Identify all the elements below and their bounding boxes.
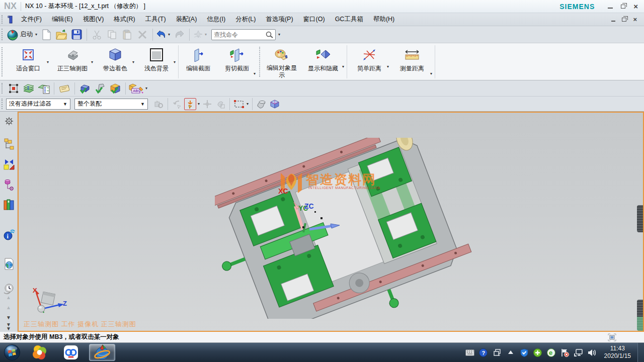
solid-body-icon[interactable] [269,98,281,110]
doc-restore-icon[interactable] [622,18,626,22]
menu-window[interactable]: 窗口(O) [298,13,330,26]
show-hide-button[interactable]: 显示和隐藏 ▾ [300,43,346,80]
general-object-icon[interactable] [256,98,268,110]
isometric-view-button[interactable]: 正三轴测图 ▾ [50,43,95,80]
edit-section-button[interactable]: 编辑截面 [180,43,217,80]
show-hidden-icons[interactable] [506,348,515,357]
reuse-library-icon[interactable] [3,198,15,211]
web-browser-icon[interactable] [3,257,15,270]
measure-distance-button[interactable]: 测量距离 ▾ [390,43,434,80]
rectangle-select-icon[interactable] [233,98,245,110]
undo-button[interactable]: ▾ [156,28,171,42]
text-edit-abc-icon[interactable]: ABC [129,81,144,96]
menu-analysis[interactable]: 分析(L) [230,13,261,26]
menu-tools[interactable]: 工具(T) [140,13,171,26]
show-desktop-button[interactable] [637,343,644,362]
resource-popout-grip2[interactable] [637,300,643,331]
roles-gear-icon[interactable] [3,115,15,127]
chevron-down-icon[interactable]: ▾ [387,64,389,69]
chevron-down-icon[interactable]: ▾ [342,64,344,69]
chevron-down-icon[interactable]: ▾ [430,71,432,76]
network-icon[interactable] [574,348,583,357]
minimize-icon[interactable] [608,5,613,9]
selection-filter-dropdown[interactable]: 没有选择过滤器 ▼ [6,99,70,110]
doc-minimize-icon[interactable] [611,18,615,22]
menu-format[interactable]: 格式(R) [109,13,140,26]
internet-info-icon[interactable]: i [3,228,15,241]
pinwheel-app-button[interactable] [27,344,53,361]
toolbar-grip[interactable] [2,29,4,40]
start-button[interactable] [3,343,22,361]
resource-popout-grip[interactable] [637,205,643,232]
volume-icon[interactable] [588,348,597,357]
nx-app-button[interactable] [89,344,115,361]
assembly-navigator-icon[interactable] [3,138,15,150]
menu-assemblies[interactable]: 装配(A) [171,13,202,26]
menu-file[interactable]: 文件(F) [16,13,47,26]
chevron-down-icon[interactable]: ▾ [174,60,176,64]
fit-window-button[interactable]: 适合窗口 ▾ [6,43,50,80]
keyboard-icon[interactable] [465,348,474,357]
graphics-window[interactable]: 智造资料网 INTELLIGENT MANUFACTURING DATA XC … [18,112,644,332]
restore-icon[interactable] [621,5,625,9]
start-button[interactable]: 启动 ▾ [7,28,38,42]
toolbar-grip[interactable] [2,99,4,109]
search-icon[interactable] [265,31,273,39]
chevron-down-icon[interactable]: ▾ [198,102,200,106]
search-input[interactable] [214,31,265,38]
chevron-down-icon[interactable]: ▾ [145,86,147,90]
approved-tool-icon[interactable] [93,81,107,96]
open-button[interactable] [54,28,68,42]
view-layer-icon[interactable] [37,81,51,96]
select-handles-icon[interactable] [7,81,21,96]
chevron-down-icon[interactable]: ▾ [254,71,256,76]
light-background-button[interactable]: 浅色背景 ▾ [136,43,177,80]
snap-point-icon[interactable] [184,98,196,110]
toolbar-grip[interactable] [2,15,4,24]
annotation-note-icon[interactable] [57,81,71,96]
new-file-button[interactable] [39,28,53,42]
doc-close-icon[interactable]: × [633,17,637,22]
antivirus-icon[interactable] [533,348,542,357]
dependent-window-icon[interactable] [608,333,616,343]
approved-cube-icon[interactable] [108,81,122,96]
toolbar-grip[interactable] [259,47,261,77]
restore-window-glyph-icon[interactable] [493,348,502,357]
action-center-flag-icon[interactable] [560,348,570,357]
selection-scope-dropdown[interactable]: 整个装配 ▼ [74,99,148,110]
shaded-with-edges-button[interactable]: 带边着色 ▾ [95,43,136,80]
approved-block-icon[interactable] [78,81,92,96]
menu-preferences[interactable]: 首选项(P) [261,13,298,26]
menu-help[interactable]: 帮助(H) [368,13,399,26]
menu-information[interactable]: 信息(I) [202,13,230,26]
chevron-down-icon[interactable]: ▾ [132,60,134,64]
edit-object-display-button[interactable]: 编辑对象显示 [263,43,300,80]
chevron-down-icon[interactable]: ▾ [91,60,93,64]
fixture-assembly-model[interactable] [215,138,497,319]
browser-e-icon[interactable]: e [547,348,556,357]
find-command-box[interactable] [211,29,276,40]
scroll-down-all-icon[interactable]: ▼▼ [4,323,13,331]
menu-view[interactable]: 视图(V) [78,13,109,26]
help-icon[interactable]: ? [479,348,488,357]
search-options-chevron[interactable]: ▾ [278,32,280,37]
part-navigator-icon[interactable] [3,178,15,191]
menu-gc-toolbox[interactable]: GC工具箱 [330,13,368,26]
toolbar-grip[interactable] [2,47,4,76]
chevron-down-icon[interactable]: ▾ [47,60,49,64]
taskbar-clock[interactable]: 11:43 2020/1/15 [604,345,631,360]
toolbar-grip[interactable] [2,83,4,94]
close-icon[interactable]: × [633,4,638,9]
scroll-down-icon[interactable]: ▼ [4,315,13,321]
save-button[interactable] [69,28,84,42]
clip-section-button[interactable]: 剪切截面 ▾ [217,43,257,80]
chevron-down-icon[interactable]: ▾ [247,102,249,106]
divider [87,29,87,41]
layer-settings-icon[interactable] [22,81,36,96]
history-clock-icon[interactable] [3,283,15,295]
netdisk-app-button[interactable] [58,344,84,361]
menu-edit[interactable]: 编辑(E) [47,13,78,26]
constraint-navigator-icon[interactable] [3,158,15,170]
security-shield-icon[interactable] [520,348,529,357]
simple-distance-button[interactable]: 简单距离 ▾ [348,43,390,80]
